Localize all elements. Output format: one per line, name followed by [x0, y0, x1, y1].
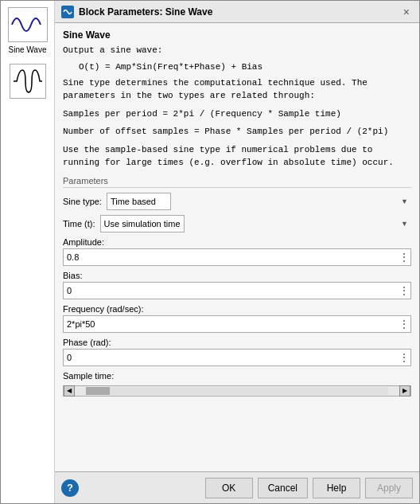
title-bar: Block Parameters: Sine Wave ×: [55, 1, 419, 23]
sine-type-dropdown-wrapper: Time based Sample based: [107, 193, 411, 210]
sine-type-label: Sine type:: [63, 197, 102, 206]
bias-input-wrapper: ⋮: [63, 282, 411, 299]
section-title: Sine Wave: [63, 29, 411, 41]
horizontal-scrollbar[interactable]: ◀ ▶: [63, 385, 411, 397]
frequency-label: Frequency (rad/sec):: [63, 304, 411, 314]
formula-main: O(t) = Amp*Sin(Freq*t+Phase) + Bias: [79, 62, 411, 72]
phase-input[interactable]: [63, 349, 411, 366]
ok-button[interactable]: OK: [205, 478, 253, 498]
frequency-row: Frequency (rad/sec): ⋮: [63, 304, 411, 333]
params-section: Parameters Sine type: Time based Sample …: [63, 176, 411, 397]
time-dropdown[interactable]: Use simulation time Use external signal: [100, 215, 185, 232]
bottom-buttons: OK Cancel Help Apply: [205, 478, 413, 498]
amplitude-input[interactable]: [63, 248, 411, 266]
frequency-input[interactable]: [63, 315, 411, 333]
params-label: Parameters: [63, 176, 411, 188]
title-bar-left: Block Parameters: Sine Wave: [61, 6, 212, 18]
amplitude-input-wrapper: ⋮: [63, 248, 411, 266]
close-button[interactable]: ×: [400, 6, 413, 18]
amplitude-dots-icon[interactable]: ⋮: [399, 252, 410, 263]
main-panel: Block Parameters: Sine Wave × Sine Wave …: [55, 1, 419, 503]
dialog-window: Sine Wave Block Parameters: Sine Wave × …: [0, 0, 420, 504]
description-lines-2-3: Sine type determines the computational t…: [63, 76, 411, 103]
frequency-dots-icon[interactable]: ⋮: [399, 318, 410, 330]
window-title: Block Parameters: Sine Wave: [79, 6, 212, 18]
help-button[interactable]: Help: [313, 478, 360, 498]
scroll-left-button[interactable]: ◀: [64, 385, 75, 397]
sample-time-label: Sample time:: [63, 371, 411, 381]
scrollbar-track: [86, 387, 388, 395]
help-icon[interactable]: ?: [61, 479, 79, 497]
bias-dots-icon[interactable]: ⋮: [399, 285, 410, 296]
left-panel: Sine Wave: [1, 1, 55, 503]
title-icon: [61, 6, 74, 18]
sample-time-row: Sample time:: [63, 371, 411, 381]
sine-type-dropdown[interactable]: Time based Sample based: [107, 193, 171, 210]
scroll-right-button[interactable]: ▶: [399, 385, 410, 397]
block-label-top: Sine Wave: [9, 45, 47, 54]
description-lines-4-5: Use the sample-based sine type if numeri…: [63, 143, 411, 170]
formula-samples: Samples per period = 2*pi / (Frequency *…: [63, 107, 411, 121]
content-area: Sine Wave Output a sine wave: O(t) = Amp…: [55, 23, 419, 471]
sine-wave-icon-bottom: [10, 64, 46, 99]
bias-input[interactable]: [63, 282, 411, 299]
time-row: Time (t): Use simulation time Use extern…: [63, 215, 411, 232]
bias-row: Bias: ⋮: [63, 271, 411, 299]
scrollbar-thumb[interactable]: [86, 387, 110, 395]
phase-label: Phase (rad):: [63, 338, 411, 347]
sine-wave-icon-top: [8, 7, 48, 42]
time-dropdown-wrapper: Use simulation time Use external signal: [100, 215, 411, 232]
phase-dots-icon[interactable]: ⋮: [399, 352, 410, 363]
bottom-left: ?: [61, 479, 79, 497]
description-line1: Output a sine wave:: [63, 44, 411, 57]
time-label: Time (t):: [63, 219, 95, 229]
phase-row: Phase (rad): ⋮: [63, 338, 411, 366]
bias-label: Bias:: [63, 271, 411, 280]
formula-offset: Number of offset samples = Phase * Sampl…: [63, 125, 411, 139]
phase-input-wrapper: ⋮: [63, 349, 411, 366]
bottom-bar: ? OK Cancel Help Apply: [55, 471, 419, 503]
sine-type-row: Sine type: Time based Sample based: [63, 193, 411, 210]
frequency-input-wrapper: ⋮: [63, 315, 411, 333]
cancel-button[interactable]: Cancel: [258, 478, 308, 498]
amplitude-row: Amplitude: ⋮: [63, 237, 411, 266]
apply-button[interactable]: Apply: [365, 478, 413, 498]
amplitude-label: Amplitude:: [63, 237, 411, 247]
